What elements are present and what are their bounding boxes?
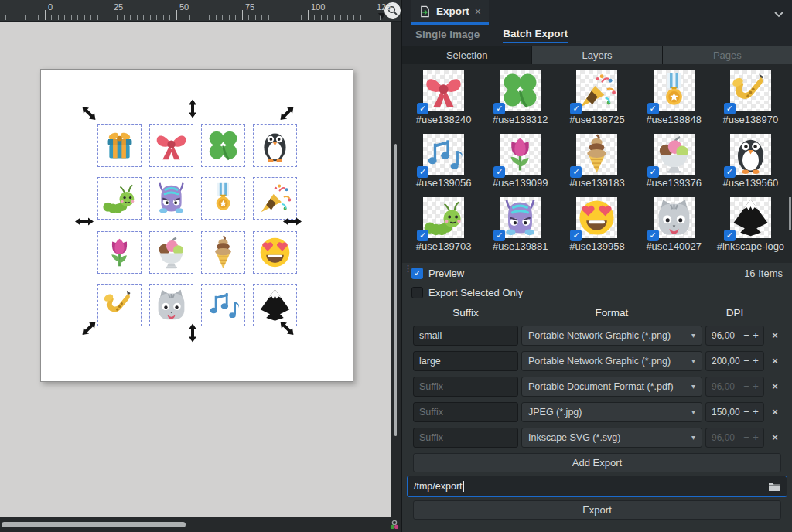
dpi-spinbox[interactable]: 96,00−+ bbox=[705, 377, 764, 397]
add-export-button[interactable]: Add Export bbox=[413, 453, 781, 472]
item-thumbnail-penguin[interactable]: ✓ bbox=[730, 134, 771, 175]
panel-drag-handle[interactable]: ⋮ bbox=[404, 266, 412, 271]
canvas-object-ice-cream[interactable] bbox=[149, 231, 193, 274]
tab-batch-export[interactable]: Batch Export bbox=[503, 28, 568, 43]
remove-export-button[interactable]: × bbox=[767, 329, 783, 341]
preview-label[interactable]: Preview bbox=[428, 268, 464, 279]
canvas-object-penguin[interactable] bbox=[253, 124, 297, 167]
suffix-input[interactable]: Suffix bbox=[413, 428, 518, 448]
item-checkbox[interactable]: ✓ bbox=[724, 103, 736, 114]
canvas-object-medal[interactable] bbox=[201, 177, 245, 220]
item-checkbox[interactable]: ✓ bbox=[724, 166, 736, 178]
dpi-spinbox[interactable]: 200,00−+ bbox=[705, 351, 764, 371]
suffix-input[interactable]: small bbox=[413, 326, 518, 346]
canvas-object-soft-serve[interactable] bbox=[201, 231, 245, 274]
canvas-object-tulip[interactable] bbox=[97, 231, 142, 274]
item-thumbnail-clover[interactable]: ✓ bbox=[500, 70, 541, 111]
canvas-object-heart-eyes[interactable] bbox=[253, 231, 297, 274]
dpi-decrease-button[interactable]: − bbox=[742, 329, 751, 341]
item-thumbnail-squid[interactable]: ✓ bbox=[500, 197, 541, 238]
suffix-input[interactable]: large bbox=[413, 351, 518, 371]
dpi-decrease-button[interactable]: − bbox=[742, 355, 751, 367]
item-checkbox[interactable]: ✓ bbox=[417, 166, 428, 178]
item-checkbox[interactable]: ✓ bbox=[417, 230, 428, 241]
canvas-object-party-popper[interactable] bbox=[253, 177, 297, 220]
remove-export-button[interactable]: × bbox=[767, 380, 783, 392]
item-checkbox[interactable]: ✓ bbox=[570, 103, 582, 114]
remove-export-button[interactable]: × bbox=[767, 406, 783, 418]
item-checkbox[interactable]: ✓ bbox=[647, 103, 659, 114]
item-thumbnail-tulip[interactable]: ✓ bbox=[500, 134, 541, 175]
item-checkbox[interactable]: ✓ bbox=[570, 166, 582, 178]
dpi-spinbox[interactable]: 96,00−+ bbox=[705, 428, 764, 448]
horizontal-ruler[interactable]: 0255075100125 bbox=[0, 0, 401, 22]
remove-export-button[interactable]: × bbox=[767, 431, 783, 443]
scale-handle-w[interactable] bbox=[75, 217, 94, 227]
canvas-object-inkscape[interactable] bbox=[253, 284, 297, 326]
browse-folder-button[interactable] bbox=[768, 482, 780, 492]
horizontal-scrollbar[interactable] bbox=[0, 517, 391, 532]
dpi-increase-button[interactable]: + bbox=[751, 355, 760, 367]
item-thumbnail-cat[interactable]: ✓ bbox=[654, 197, 695, 238]
horizontal-scrollbar-thumb[interactable] bbox=[2, 522, 186, 527]
canvas-viewport[interactable] bbox=[0, 22, 391, 517]
item-checkbox[interactable]: ✓ bbox=[493, 166, 505, 178]
item-thumbnail-party-popper[interactable]: ✓ bbox=[576, 70, 617, 111]
item-checkbox[interactable]: ✓ bbox=[724, 230, 736, 241]
canvas-object-cat[interactable] bbox=[149, 284, 193, 326]
scale-handle-e[interactable] bbox=[283, 217, 302, 227]
format-dropdown[interactable]: Inkscape SVG (*.svg)▾ bbox=[521, 428, 702, 448]
item-thumbnail-heart-eyes[interactable]: ✓ bbox=[576, 197, 617, 238]
export-selected-only-checkbox[interactable] bbox=[411, 287, 423, 298]
item-thumbnail-bow[interactable]: ✓ bbox=[423, 70, 464, 111]
item-thumbnail-ice-cream[interactable]: ✓ bbox=[654, 134, 695, 175]
color-managed-display-toggle[interactable] bbox=[387, 517, 401, 532]
tab-layers[interactable]: Layers bbox=[532, 46, 661, 64]
item-thumbnail-inkscape[interactable]: ✓ bbox=[730, 197, 771, 238]
export-selected-only-label[interactable]: Export Selected Only bbox=[428, 287, 523, 298]
export-dialog-tab[interactable]: Export × bbox=[411, 0, 489, 25]
vertical-scrollbar[interactable] bbox=[391, 22, 401, 517]
dock-options-button[interactable] bbox=[773, 7, 784, 21]
format-dropdown[interactable]: Portable Network Graphic (*.png)▾ bbox=[521, 351, 702, 371]
tab-selection[interactable]: Selection bbox=[402, 46, 531, 64]
remove-export-button[interactable]: × bbox=[767, 355, 783, 367]
item-thumbnail-soft-serve[interactable]: ✓ bbox=[576, 134, 617, 175]
canvas-object-caterpillar[interactable] bbox=[97, 177, 142, 220]
item-checkbox[interactable]: ✓ bbox=[493, 103, 505, 114]
dpi-spinbox[interactable]: 150,00−+ bbox=[705, 402, 764, 422]
tab-single-image[interactable]: Single Image bbox=[415, 29, 480, 43]
export-button[interactable]: Export bbox=[413, 500, 781, 520]
canvas-object-gift[interactable] bbox=[97, 124, 142, 167]
canvas-object-bow[interactable] bbox=[149, 124, 193, 167]
item-checkbox[interactable]: ✓ bbox=[417, 103, 428, 114]
canvas-object-saxophone[interactable] bbox=[97, 284, 142, 326]
vertical-scrollbar-thumb[interactable] bbox=[394, 144, 397, 436]
item-thumbnail-medal[interactable]: ✓ bbox=[654, 70, 695, 111]
suffix-input[interactable]: Suffix bbox=[413, 402, 518, 422]
suffix-input[interactable]: Suffix bbox=[413, 377, 518, 397]
item-thumbnail-caterpillar[interactable]: ✓ bbox=[423, 197, 464, 238]
canvas-object-music-notes[interactable] bbox=[201, 284, 245, 326]
item-checkbox[interactable]: ✓ bbox=[647, 230, 659, 241]
format-dropdown[interactable]: Portable Network Graphic (*.png)▾ bbox=[521, 326, 702, 346]
dpi-decrease-button[interactable]: − bbox=[742, 406, 751, 418]
item-checkbox[interactable]: ✓ bbox=[647, 166, 659, 178]
close-dialog-button[interactable]: × bbox=[475, 5, 481, 18]
item-thumbnail-music-notes[interactable]: ✓ bbox=[423, 134, 464, 175]
item-thumbnail-saxophone[interactable]: ✓ bbox=[730, 70, 771, 111]
dpi-spinbox[interactable]: 96,00−+ bbox=[705, 326, 764, 346]
canvas-object-clover[interactable] bbox=[201, 124, 245, 167]
canvas-object-squid[interactable] bbox=[149, 177, 193, 220]
item-checkbox[interactable]: ✓ bbox=[570, 230, 582, 241]
format-dropdown[interactable]: JPEG (*.jpg)▾ bbox=[521, 402, 702, 422]
scale-handle-s[interactable] bbox=[188, 324, 198, 343]
item-checkbox[interactable]: ✓ bbox=[493, 230, 505, 241]
items-scrollbar-thumb[interactable] bbox=[789, 197, 791, 230]
preview-checkbox[interactable]: ✓ bbox=[411, 268, 423, 279]
dpi-increase-button[interactable]: + bbox=[751, 329, 760, 341]
export-path-field[interactable]: /tmp/export bbox=[407, 476, 787, 497]
format-dropdown[interactable]: Portable Document Format (*.pdf)▾ bbox=[521, 377, 702, 397]
dpi-increase-button[interactable]: + bbox=[751, 406, 760, 418]
scale-handle-n[interactable] bbox=[188, 100, 198, 118]
